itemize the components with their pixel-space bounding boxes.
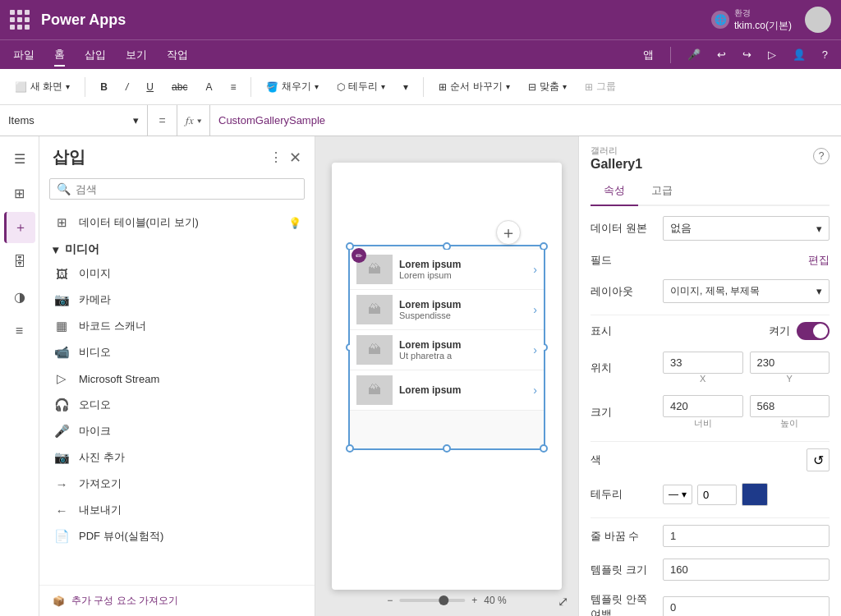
panel-item-stream[interactable]: ▷ Microsoft Stream [39, 365, 315, 392]
underline-button[interactable]: U [140, 78, 160, 96]
layout-dropdown[interactable]: 이미지, 제목, 부제목 ▾ [663, 279, 830, 303]
env-info: 환경 tkim.co(기본) [734, 7, 792, 33]
size-xy: 너비 높이 [663, 395, 830, 430]
menubar-undo[interactable]: ↩ [717, 48, 726, 61]
panel-options-btn[interactable]: ⋮ [269, 149, 283, 165]
gallery-widget[interactable]: ✏ 🏔 Lorem ipsum Lorem ipsum › [348, 245, 545, 450]
fill-button[interactable]: 🪣 채우기 ▾ [260, 76, 325, 97]
menu-insert[interactable]: 삽입 [85, 44, 106, 66]
handle-bm[interactable] [443, 444, 451, 453]
zoom-thumb[interactable] [439, 595, 448, 605]
template-pad-input[interactable] [663, 596, 830, 617]
menu-home[interactable]: 홈 [54, 44, 65, 67]
menu-action[interactable]: 작업 [167, 44, 188, 66]
size-h-input[interactable] [750, 395, 830, 417]
help-button[interactable]: ? [813, 148, 830, 164]
sidebar-variable-icon[interactable]: ≡ [4, 315, 35, 347]
field-edit-link[interactable]: 편집 [808, 254, 830, 266]
panel-footer[interactable]: 📦 추가 구성 요소 가져오기 [39, 585, 315, 616]
search-input[interactable] [76, 183, 297, 195]
panel-item-video[interactable]: 📹 비디오 [39, 339, 315, 365]
order-button[interactable]: ⊞ 순서 바꾸기 ▾ [432, 76, 516, 97]
formula-fx[interactable]: 𝑓𝑥 ▾ [177, 105, 210, 136]
user-avatar[interactable] [805, 7, 831, 33]
environment-selector[interactable]: 🌐 환경 tkim.co(기본) [711, 7, 792, 33]
add-button[interactable]: ＋ [496, 220, 521, 245]
align-button[interactable]: ≡ [223, 78, 242, 96]
sidebar-layers-icon[interactable]: ⊞ [4, 177, 35, 209]
align2-button[interactable]: ⊟ 맞춤 ▾ [522, 76, 573, 97]
color-reset-button[interactable]: ↺ [807, 448, 830, 471]
position-y-input[interactable] [750, 352, 830, 374]
gallery-item-3[interactable]: 🏔 Lorem ipsum Ut pharetra a › [350, 330, 544, 370]
handle-br[interactable] [540, 444, 548, 453]
bold-button[interactable]: B [94, 78, 114, 96]
menubar-help[interactable]: ? [822, 48, 828, 61]
panel-item-image[interactable]: 🖼 이미지 [39, 260, 315, 287]
edit-pencil-icon[interactable]: ✏ [352, 248, 366, 263]
menu-view[interactable]: 보기 [126, 44, 147, 66]
media-section-header[interactable]: ▾ 미디어 [39, 236, 315, 260]
menubar-mic[interactable]: 🎤 [687, 48, 701, 61]
size-w-input[interactable] [663, 395, 743, 417]
data-source-row: 데이터 원본 없음 ▾ [591, 216, 830, 241]
panel-close-button[interactable]: ✕ [289, 149, 301, 167]
tab-advanced[interactable]: 고급 [638, 178, 686, 205]
panel-item-export[interactable]: ← 내보내기 [39, 497, 315, 523]
border-style-dropdown[interactable]: — ▾ [663, 485, 692, 504]
data-source-select[interactable]: 없음 ▾ [663, 216, 830, 241]
wrap-input[interactable] [663, 525, 830, 547]
handle-bl[interactable] [346, 444, 354, 453]
menubar-redo[interactable]: ↪ [742, 48, 751, 61]
panel-item-barcode[interactable]: ▦ 바코드 스캐너 [39, 313, 315, 339]
panel-item-add-photo[interactable]: 📷 사진 추가 [39, 444, 315, 471]
menu-file[interactable]: 파일 [13, 44, 34, 66]
zoom-slider[interactable] [399, 599, 465, 602]
font-size-button[interactable]: A [199, 78, 218, 96]
sidebar-insert-icon[interactable]: ＋ [4, 212, 35, 243]
panel-item-data-table[interactable]: ⊞ 데이터 테이블(미리 보기) 💡 [39, 209, 315, 236]
apps-icon[interactable] [10, 10, 30, 30]
sidebar-data-icon[interactable]: 🗄 [4, 246, 35, 278]
tab-properties[interactable]: 속성 [591, 178, 638, 206]
canvas-area[interactable]: ✏ 🏔 Lorem ipsum Lorem ipsum › [315, 136, 578, 616]
italic-button[interactable]: / [119, 78, 135, 96]
sidebar-menu-icon[interactable]: ☰ [4, 143, 35, 174]
menubar-run[interactable]: ▷ [768, 48, 776, 61]
panel-search-box[interactable]: 🔍 [49, 178, 305, 200]
formula-input[interactable] [210, 105, 841, 136]
data-source-dropdown[interactable]: 없음 ▾ [663, 216, 830, 241]
panel-item-audio[interactable]: 🎧 오디오 [39, 392, 315, 418]
display-toggle[interactable] [797, 322, 830, 340]
new-screen-button[interactable]: ⬜ 새 화면 ▾ [8, 76, 76, 97]
border-width-input[interactable] [697, 485, 737, 505]
gallery-item-2[interactable]: 🏔 Lorem ipsum Suspendisse › [350, 290, 544, 330]
panel-item-import[interactable]: → 가져오기 [39, 471, 315, 497]
zoom-plus-button[interactable]: + [471, 595, 477, 606]
menubar-user[interactable]: 👤 [793, 48, 806, 61]
zoom-minus-button[interactable]: − [387, 595, 393, 606]
gallery-item-4[interactable]: 🏔 Lorem ipsum › [350, 370, 544, 411]
position-x-input[interactable] [663, 352, 743, 374]
border-color-swatch[interactable] [742, 483, 768, 506]
panel-item-mic[interactable]: 🎤 마이크 [39, 418, 315, 444]
gallery-item-1[interactable]: 🏔 Lorem ipsum Lorem ipsum › [350, 250, 544, 290]
panel-item-camera[interactable]: 📷 카메라 [39, 287, 315, 313]
size-h-item: 높이 [750, 395, 830, 430]
border-button[interactable]: ⬡ 테두리 ▾ [330, 76, 392, 97]
expand-button[interactable]: ⤢ [558, 594, 568, 609]
group-button[interactable]: ⊞ 그룹 [578, 76, 623, 97]
panel-item-pdf[interactable]: 📄 PDF 뷰어(실험적) [39, 523, 315, 549]
border-style-chevron: ▾ [682, 489, 687, 500]
chevron-down-button[interactable]: ▾ [397, 78, 415, 96]
formula-name-dropdown[interactable]: Items ▾ [0, 105, 148, 136]
layout-chevron: ▾ [816, 285, 822, 297]
menubar-app[interactable]: 앱 [643, 48, 654, 62]
strikethrough-button[interactable]: abc [165, 78, 194, 96]
pdf-icon: 📄 [53, 529, 71, 544]
position-xy: X Y [663, 352, 830, 384]
layout-select[interactable]: 이미지, 제목, 부제목 ▾ [663, 279, 830, 303]
template-size-input[interactable] [663, 559, 830, 581]
size-row: 크기 너비 높이 [591, 395, 830, 430]
sidebar-theme-icon[interactable]: ◑ [4, 281, 35, 312]
